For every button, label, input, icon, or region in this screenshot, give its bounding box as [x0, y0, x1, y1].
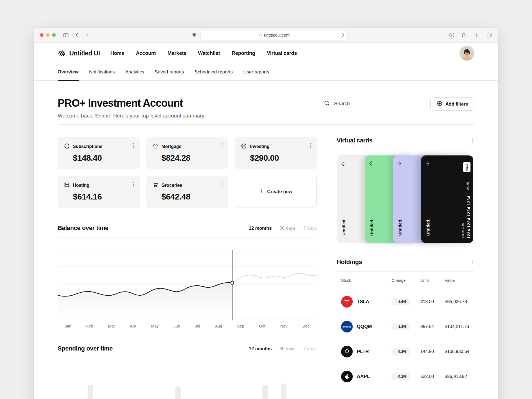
stock-ticker: PLTR: [357, 349, 369, 354]
logo-mark-icon: [58, 49, 66, 57]
nav-virtual-cards[interactable]: Virtual cards: [267, 43, 297, 64]
change-badge: ↑ 0.2%: [392, 348, 410, 355]
balance-chart-svg: [58, 249, 317, 320]
kebab-menu-icon[interactable]: [221, 142, 224, 149]
page-subtitle: Welcome back, Shane! Here’s your top-lev…: [58, 113, 205, 119]
range-12-months[interactable]: 12 months: [249, 346, 272, 351]
address-bar[interactable]: untitledui.com: [201, 30, 347, 40]
spending-bar: [88, 385, 93, 399]
card-value: $642.48: [152, 192, 222, 201]
new-tab-icon[interactable]: [474, 32, 480, 38]
close-window-button[interactable]: [40, 33, 44, 37]
table-row[interactable]: PLTR ↑ 0.2% 144.50 $106,930.64: [337, 339, 474, 364]
create-new-card-button[interactable]: Create new: [235, 176, 317, 208]
table-row[interactable]: AAPL ↓ 0.1% 622.00 $96,913.82: [337, 364, 474, 389]
create-new-label: Create new: [267, 189, 292, 195]
apple-logo-icon: [341, 371, 353, 382]
plus-icon: [259, 188, 264, 195]
avatar[interactable]: [459, 46, 474, 61]
site-header: Untitled UI Home Account Markets Watchli…: [34, 43, 498, 81]
change-badge: ↑ 1.2%: [392, 323, 410, 330]
holding-value: $96,913.82: [445, 374, 474, 379]
privacy-shield-icon[interactable]: [191, 32, 197, 38]
card-label: Groceries: [162, 183, 182, 188]
nav-watchlist[interactable]: Watchlist: [198, 43, 220, 64]
minimize-window-button[interactable]: [46, 33, 50, 37]
arrow-up-icon: ↑: [395, 325, 397, 329]
search-input[interactable]: [323, 97, 424, 112]
page-content: PRO+ Investment Account Welcome back, Sh…: [34, 97, 498, 399]
hosting-card[interactable]: Hosting $614.16: [58, 176, 140, 208]
range-30-days[interactable]: 30 days: [280, 226, 296, 231]
column-header: Stock: [341, 278, 392, 283]
stock-ticker: AAPL: [357, 374, 370, 379]
holdings-table: Stock Change Units Value TSLA: [337, 272, 474, 389]
holdings-section: Holdings Stock Change Units Value: [337, 259, 474, 389]
svg-text:Invesco: Invesco: [342, 325, 351, 328]
range-30-days[interactable]: 30 days: [280, 346, 296, 351]
subnav-scheduled-reports[interactable]: Scheduled reports: [195, 64, 233, 80]
kebab-menu-icon[interactable]: [309, 142, 312, 149]
search-field[interactable]: [334, 101, 423, 107]
subscriptions-card[interactable]: Subscriptions $148.40: [58, 137, 140, 169]
visa-logo: VISA: [463, 162, 470, 172]
card-label: Investing: [250, 144, 269, 149]
kebab-menu-icon[interactable]: [471, 259, 475, 266]
palantir-logo-icon: [341, 346, 353, 357]
divider: [337, 150, 474, 150]
sub-nav: Overview Notifications Analytics Saved r…: [58, 64, 474, 80]
logo[interactable]: Untitled UI: [58, 49, 100, 57]
share-icon[interactable]: [461, 32, 467, 38]
window-controls: [40, 33, 56, 37]
groceries-card[interactable]: Groceries $642.48: [146, 176, 228, 208]
subnav-overview[interactable]: Overview: [58, 64, 79, 80]
kebab-menu-icon[interactable]: [471, 137, 475, 144]
spending-bar: [262, 385, 268, 399]
balance-line-faded: [232, 273, 317, 283]
main-nav: Home Account Markets Watchlist Reporting…: [111, 43, 297, 64]
nav-account[interactable]: Account: [136, 43, 156, 64]
card-label: Subscriptions: [73, 144, 103, 149]
tesla-logo-icon: [341, 296, 353, 308]
nav-markets[interactable]: Markets: [168, 43, 186, 64]
subnav-saved-reports[interactable]: Saved reports: [155, 64, 184, 80]
table-row[interactable]: Invesco QQQM ↑ 1.2% 857.64 $104,211.73: [337, 314, 474, 339]
virtual-card[interactable]: VISA 08/25 1234 1234 1234 1234 Shane Gil…: [421, 155, 473, 243]
card-label: Mortgage: [162, 144, 181, 149]
kebab-menu-icon[interactable]: [132, 142, 135, 149]
subnav-notifications[interactable]: Notifications: [89, 64, 115, 80]
contactless-icon: [425, 160, 431, 167]
mortgage-card[interactable]: Mortgage $824.28: [146, 137, 228, 169]
subnav-user-reports[interactable]: User reports: [243, 64, 269, 80]
reload-icon[interactable]: [340, 33, 345, 37]
spending-over-time-section: Spending over time 12 months 30 days 7 d…: [58, 345, 317, 399]
table-row[interactable]: TSLA ↑ 1.6% 318.00 $85,926.78: [337, 289, 474, 314]
arrow-up-icon: ↑: [395, 300, 397, 304]
kebab-menu-icon[interactable]: [132, 181, 135, 188]
holding-value: $106,930.64: [445, 349, 474, 354]
investing-card[interactable]: Investing $290.00: [235, 137, 317, 169]
subnav-analytics[interactable]: Analytics: [125, 64, 144, 80]
holding-value: $104,211.73: [445, 324, 474, 329]
tab-overview-icon[interactable]: [486, 32, 492, 38]
back-icon[interactable]: [74, 32, 80, 38]
units-value: 318.00: [420, 299, 445, 304]
range-12-months[interactable]: 12 months: [249, 226, 272, 231]
range-7-days[interactable]: 7 days: [303, 346, 317, 351]
contactless-icon: [397, 160, 403, 167]
sidebar-toggle-icon[interactable]: [63, 32, 69, 38]
add-filters-button[interactable]: Add filters: [430, 97, 474, 111]
contactless-icon: [341, 161, 347, 167]
column-header: Value: [445, 278, 474, 283]
nav-reporting[interactable]: Reporting: [232, 43, 255, 64]
balance-range-toggle: 12 months 30 days 7 days: [249, 226, 317, 231]
arrow-up-icon: ↑: [395, 350, 397, 354]
range-7-days[interactable]: 7 days: [303, 226, 317, 231]
activity-circle-icon: [241, 143, 247, 150]
kebab-menu-icon[interactable]: [221, 181, 224, 188]
browser-toolbar: untitledui.com: [34, 28, 498, 43]
downloads-icon[interactable]: [449, 32, 455, 38]
nav-home[interactable]: Home: [111, 43, 124, 64]
forward-icon[interactable]: [85, 32, 90, 38]
zoom-window-button[interactable]: [52, 33, 56, 37]
